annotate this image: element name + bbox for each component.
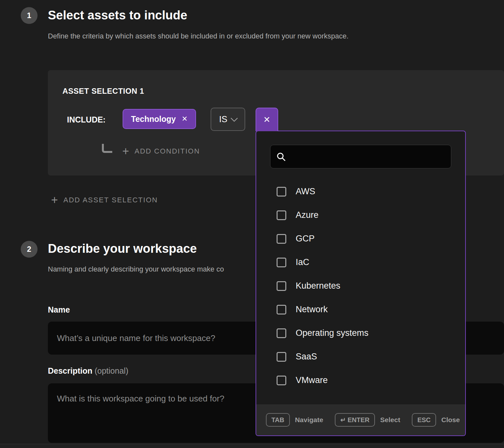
step-1-subtitle: Define the criteria by which assets shou… [48,32,348,40]
esc-action-label: Close [441,416,460,424]
chip-label: Technology [131,114,176,124]
checkbox-icon[interactable] [277,376,286,385]
option-label: Kubernetes [296,281,340,291]
option-label: SaaS [296,352,317,362]
option-label: Azure [296,210,319,220]
name-label: Name [48,305,70,315]
checkbox-icon[interactable] [277,352,286,362]
tab-action-label: Navigate [295,416,323,424]
option-label: Network [296,304,328,315]
operator-label: IS [219,114,227,124]
tab-keycap: TAB [266,413,290,427]
operator-dropdown[interactable]: IS [211,108,245,131]
step-2-title: Describe your workspace [48,242,197,256]
option-iac[interactable]: IaC [256,251,465,274]
option-saas[interactable]: SaaS [256,345,465,368]
technology-filter-chip[interactable]: Technology ✕ [123,109,196,129]
asset-selection-card-title: ASSET SELECTION 1 [62,87,144,96]
add-condition-button[interactable]: + ADD CONDITION [122,145,200,157]
option-label: AWS [296,187,315,197]
dropdown-search-input[interactable] [290,151,445,162]
esc-keycap: ESC [412,413,436,427]
step-2-badge: 2 [21,241,38,258]
add-asset-selection-button[interactable]: + ADD ASSET SELECTION [51,194,158,206]
option-label: VMware [296,375,328,385]
asset-type-dropdown: AWS Azure GCP IaC Kubernetes Network Ope… [256,131,466,436]
option-label: IaC [296,257,309,267]
option-label: GCP [296,234,315,244]
description-label-text: Description [48,366,93,375]
option-label: Operating systems [296,328,368,338]
option-vmware[interactable]: VMware [256,368,465,392]
condition-connector-icon [102,144,112,153]
option-network[interactable]: Network [256,298,465,321]
option-kubernetes[interactable]: Kubernetes [256,274,465,298]
option-operating-systems[interactable]: Operating systems [256,321,465,345]
dropdown-options-list: AWS Azure GCP IaC Kubernetes Network Ope… [256,180,465,392]
step-2-subtitle: Naming and clearly describing your works… [48,265,224,273]
bottom-divider [0,444,504,448]
option-aws[interactable]: AWS [256,180,465,203]
chevron-down-icon [230,114,238,122]
plus-icon: + [122,145,129,157]
add-asset-selection-label: ADD ASSET SELECTION [63,196,158,204]
remove-condition-button[interactable]: ✕ [256,108,278,131]
search-icon [276,152,286,162]
checkbox-icon[interactable] [277,281,286,291]
option-azure[interactable]: Azure [256,203,465,227]
description-label: Description (optional) [48,366,128,376]
option-gcp[interactable]: GCP [256,227,465,251]
step-1-badge: 1 [21,7,38,24]
checkbox-icon[interactable] [277,328,286,338]
checkbox-icon[interactable] [277,305,286,315]
enter-keycap: ↵ ENTER [335,413,375,427]
include-label: INCLUDE: [67,115,105,124]
checkbox-icon[interactable] [277,234,286,244]
description-optional-text: (optional) [94,366,128,375]
checkbox-icon[interactable] [277,258,286,267]
chip-remove-icon[interactable]: ✕ [181,115,187,123]
step-1-title: Select assets to include [48,8,187,22]
dropdown-keyboard-hints: TAB Navigate ↵ ENTER Select ESC Close [256,404,465,435]
plus-icon: + [51,194,58,206]
dropdown-search-box[interactable] [270,145,451,168]
checkbox-icon[interactable] [277,210,286,220]
add-condition-label: ADD CONDITION [135,147,200,155]
enter-action-label: Select [380,416,400,424]
checkbox-icon[interactable] [277,187,286,197]
